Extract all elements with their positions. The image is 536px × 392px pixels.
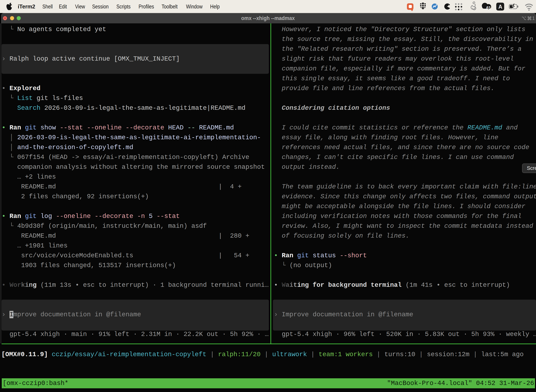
svg-text:1: 1 [532,16,535,21]
svg-text:A: A [498,4,502,10]
svg-text:..61: ..61 [484,6,491,10]
